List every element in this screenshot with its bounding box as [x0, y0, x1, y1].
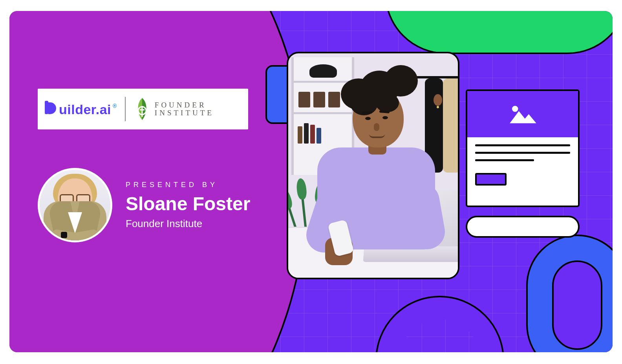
builder-ai-text: uilder.ai — [59, 102, 111, 117]
hero-photo — [287, 52, 459, 279]
promo-card: uilder.ai ® Founder Institute — [9, 11, 613, 352]
founder-institute-text: Founder Institute — [155, 101, 214, 117]
presenter-name: Sloane Foster — [126, 193, 250, 215]
svg-marker-1 — [510, 111, 536, 123]
image-placeholder-icon — [507, 103, 538, 126]
mock-text-lines — [467, 137, 578, 171]
fi-line1: Founder — [155, 101, 214, 109]
presenter-org: Founder Institute — [126, 218, 250, 230]
website-mock-card — [466, 89, 580, 207]
mock-cta-button — [475, 173, 507, 186]
fi-line2: Institute — [155, 109, 214, 117]
svg-point-0 — [512, 106, 518, 112]
presenter-avatar — [38, 168, 112, 242]
founder-institute-logo: Founder Institute — [134, 97, 214, 121]
leaf-icon — [134, 97, 150, 121]
capsule-shape — [526, 235, 613, 352]
mock-hero — [467, 91, 578, 137]
registered-mark: ® — [113, 103, 117, 109]
person-illustration — [309, 65, 439, 269]
presenter-text: PRESENTED BY Sloane Foster Founder Insti… — [126, 181, 250, 230]
green-blob-shape — [385, 11, 613, 54]
builder-ai-logo: uilder.ai ® — [45, 101, 116, 117]
pill-shape — [466, 216, 580, 238]
logo-divider — [125, 97, 126, 121]
builder-b-glyph-icon — [45, 101, 57, 114]
presenter-block: PRESENTED BY Sloane Foster Founder Insti… — [38, 168, 250, 242]
presenter-eyebrow: PRESENTED BY — [126, 181, 250, 189]
logo-strip: uilder.ai ® Founder Institute — [38, 89, 248, 129]
